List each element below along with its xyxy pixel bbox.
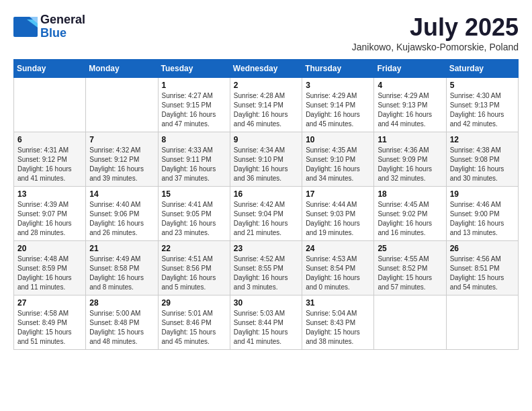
calendar-cell xyxy=(446,295,518,350)
day-info: Sunrise: 5:03 AM Sunset: 8:44 PM Dayligh… xyxy=(234,309,298,347)
col-header-friday: Friday xyxy=(374,60,446,78)
day-number: 24 xyxy=(306,244,370,253)
day-number: 7 xyxy=(89,135,154,144)
day-number: 17 xyxy=(306,189,370,199)
day-number: 3 xyxy=(306,81,370,90)
logo: General Blue xyxy=(13,13,85,40)
calendar-cell: 19Sunrise: 4:46 AM Sunset: 9:00 PM Dayli… xyxy=(446,187,518,241)
day-number: 14 xyxy=(89,189,154,199)
calendar-table: SundayMondayTuesdayWednesdayThursdayFrid… xyxy=(13,59,519,350)
calendar-cell: 26Sunrise: 4:56 AM Sunset: 8:51 PM Dayli… xyxy=(446,241,518,295)
day-number: 12 xyxy=(450,135,515,144)
calendar-cell: 29Sunrise: 5:01 AM Sunset: 8:46 PM Dayli… xyxy=(158,295,230,350)
day-info: Sunrise: 4:36 AM Sunset: 9:09 PM Dayligh… xyxy=(378,146,442,183)
calendar-cell: 7Sunrise: 4:32 AM Sunset: 9:12 PM Daylig… xyxy=(86,132,158,187)
day-info: Sunrise: 4:56 AM Sunset: 8:51 PM Dayligh… xyxy=(450,255,515,292)
calendar-cell: 5Sunrise: 4:30 AM Sunset: 9:13 PM Daylig… xyxy=(446,78,518,132)
calendar-cell: 1Sunrise: 4:27 AM Sunset: 9:15 PM Daylig… xyxy=(158,78,230,132)
day-info: Sunrise: 4:38 AM Sunset: 9:08 PM Dayligh… xyxy=(450,146,515,183)
day-number: 15 xyxy=(162,189,226,199)
day-info: Sunrise: 4:45 AM Sunset: 9:02 PM Dayligh… xyxy=(378,200,442,238)
day-info: Sunrise: 4:53 AM Sunset: 8:54 PM Dayligh… xyxy=(306,255,370,292)
calendar-cell xyxy=(86,78,158,132)
title-block: July 2025 Janikowo, Kujawsko-Pomorskie, … xyxy=(352,13,519,52)
day-number: 13 xyxy=(17,189,82,199)
calendar-cell: 24Sunrise: 4:53 AM Sunset: 8:54 PM Dayli… xyxy=(302,241,374,295)
day-info: Sunrise: 4:27 AM Sunset: 9:15 PM Dayligh… xyxy=(162,91,226,129)
calendar-cell: 10Sunrise: 4:35 AM Sunset: 9:10 PM Dayli… xyxy=(302,132,374,187)
day-number: 9 xyxy=(234,135,298,144)
calendar-cell xyxy=(374,295,446,350)
day-number: 20 xyxy=(17,244,82,253)
day-number: 2 xyxy=(234,81,298,90)
location-subtitle: Janikowo, Kujawsko-Pomorskie, Poland xyxy=(352,42,519,52)
calendar-cell: 16Sunrise: 4:42 AM Sunset: 9:04 PM Dayli… xyxy=(230,187,302,241)
calendar-cell: 31Sunrise: 5:04 AM Sunset: 8:43 PM Dayli… xyxy=(302,295,374,350)
day-info: Sunrise: 4:49 AM Sunset: 8:58 PM Dayligh… xyxy=(89,255,154,292)
day-info: Sunrise: 4:35 AM Sunset: 9:10 PM Dayligh… xyxy=(306,146,370,183)
calendar-cell: 23Sunrise: 4:52 AM Sunset: 8:55 PM Dayli… xyxy=(230,241,302,295)
calendar-cell xyxy=(14,78,86,132)
day-number: 31 xyxy=(306,298,370,308)
day-info: Sunrise: 4:55 AM Sunset: 8:52 PM Dayligh… xyxy=(378,255,442,292)
page-header: General Blue July 2025 Janikowo, Kujawsk… xyxy=(13,13,519,52)
day-number: 27 xyxy=(17,298,82,308)
day-number: 19 xyxy=(450,189,515,199)
day-info: Sunrise: 4:58 AM Sunset: 8:49 PM Dayligh… xyxy=(17,309,82,347)
day-number: 29 xyxy=(162,298,226,308)
day-number: 1 xyxy=(162,81,226,90)
day-number: 16 xyxy=(234,189,298,199)
calendar-cell: 25Sunrise: 4:55 AM Sunset: 8:52 PM Dayli… xyxy=(374,241,446,295)
calendar-cell: 21Sunrise: 4:49 AM Sunset: 8:58 PM Dayli… xyxy=(86,241,158,295)
calendar-cell: 22Sunrise: 4:51 AM Sunset: 8:56 PM Dayli… xyxy=(158,241,230,295)
week-row: 27Sunrise: 4:58 AM Sunset: 8:49 PM Dayli… xyxy=(14,295,519,350)
day-number: 21 xyxy=(89,244,154,253)
calendar-cell: 17Sunrise: 4:44 AM Sunset: 9:03 PM Dayli… xyxy=(302,187,374,241)
day-info: Sunrise: 4:30 AM Sunset: 9:13 PM Dayligh… xyxy=(450,91,515,129)
day-number: 18 xyxy=(378,189,442,199)
day-info: Sunrise: 4:51 AM Sunset: 8:56 PM Dayligh… xyxy=(162,255,226,292)
calendar-cell: 30Sunrise: 5:03 AM Sunset: 8:44 PM Dayli… xyxy=(230,295,302,350)
day-number: 8 xyxy=(162,135,226,144)
calendar-cell: 14Sunrise: 4:40 AM Sunset: 9:06 PM Dayli… xyxy=(86,187,158,241)
calendar-body: 1Sunrise: 4:27 AM Sunset: 9:15 PM Daylig… xyxy=(14,78,519,350)
week-row: 13Sunrise: 4:39 AM Sunset: 9:07 PM Dayli… xyxy=(14,187,519,241)
calendar-cell: 15Sunrise: 4:41 AM Sunset: 9:05 PM Dayli… xyxy=(158,187,230,241)
day-info: Sunrise: 4:32 AM Sunset: 9:12 PM Dayligh… xyxy=(89,146,154,183)
week-row: 20Sunrise: 4:48 AM Sunset: 8:59 PM Dayli… xyxy=(14,241,519,295)
day-info: Sunrise: 4:41 AM Sunset: 9:05 PM Dayligh… xyxy=(162,200,226,238)
logo-line2: Blue xyxy=(40,27,85,40)
calendar-cell: 12Sunrise: 4:38 AM Sunset: 9:08 PM Dayli… xyxy=(446,132,518,187)
day-number: 30 xyxy=(234,298,298,308)
day-info: Sunrise: 4:33 AM Sunset: 9:11 PM Dayligh… xyxy=(162,146,226,183)
day-info: Sunrise: 5:01 AM Sunset: 8:46 PM Dayligh… xyxy=(162,309,226,347)
col-header-sunday: Sunday xyxy=(14,60,86,78)
day-info: Sunrise: 5:00 AM Sunset: 8:48 PM Dayligh… xyxy=(89,309,154,347)
col-header-wednesday: Wednesday xyxy=(230,60,302,78)
calendar-cell: 28Sunrise: 5:00 AM Sunset: 8:48 PM Dayli… xyxy=(86,295,158,350)
logo-line1: General xyxy=(40,13,85,27)
calendar-cell: 18Sunrise: 4:45 AM Sunset: 9:02 PM Dayli… xyxy=(374,187,446,241)
day-info: Sunrise: 4:39 AM Sunset: 9:07 PM Dayligh… xyxy=(17,200,82,238)
col-header-tuesday: Tuesday xyxy=(158,60,230,78)
day-number: 6 xyxy=(17,135,82,144)
calendar-cell: 27Sunrise: 4:58 AM Sunset: 8:49 PM Dayli… xyxy=(14,295,86,350)
day-number: 11 xyxy=(378,135,442,144)
calendar-cell: 20Sunrise: 4:48 AM Sunset: 8:59 PM Dayli… xyxy=(14,241,86,295)
day-info: Sunrise: 4:40 AM Sunset: 9:06 PM Dayligh… xyxy=(89,200,154,238)
day-info: Sunrise: 5:04 AM Sunset: 8:43 PM Dayligh… xyxy=(306,309,370,347)
calendar-cell: 11Sunrise: 4:36 AM Sunset: 9:09 PM Dayli… xyxy=(374,132,446,187)
day-number: 23 xyxy=(234,244,298,253)
col-header-thursday: Thursday xyxy=(302,60,374,78)
day-info: Sunrise: 4:29 AM Sunset: 9:14 PM Dayligh… xyxy=(306,91,370,129)
day-number: 10 xyxy=(306,135,370,144)
month-title: July 2025 xyxy=(352,13,519,42)
day-number: 28 xyxy=(89,298,154,308)
calendar-cell: 3Sunrise: 4:29 AM Sunset: 9:14 PM Daylig… xyxy=(302,78,374,132)
week-row: 1Sunrise: 4:27 AM Sunset: 9:15 PM Daylig… xyxy=(14,78,519,132)
calendar-cell: 6Sunrise: 4:31 AM Sunset: 9:12 PM Daylig… xyxy=(14,132,86,187)
day-number: 4 xyxy=(378,81,442,90)
day-info: Sunrise: 4:42 AM Sunset: 9:04 PM Dayligh… xyxy=(234,200,298,238)
day-info: Sunrise: 4:48 AM Sunset: 8:59 PM Dayligh… xyxy=(17,255,82,292)
day-number: 22 xyxy=(162,244,226,253)
